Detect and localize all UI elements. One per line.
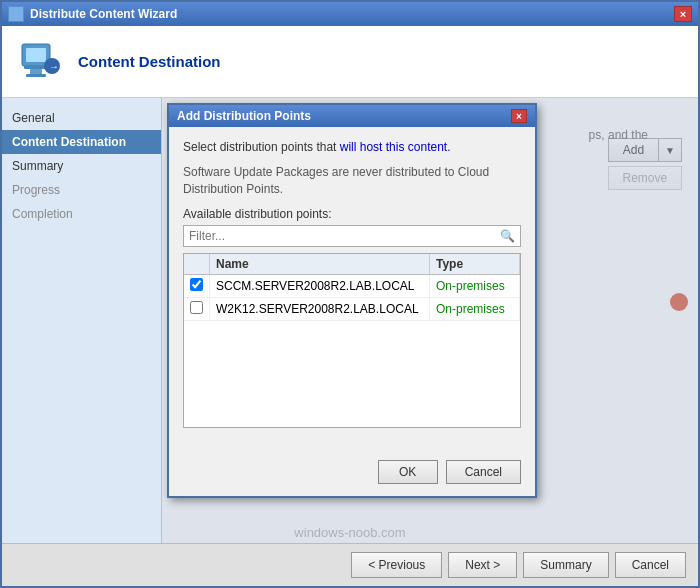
filter-label: Available distribution points: — [183, 207, 521, 221]
distribution-points-table: Name Type SCCM.SERVER20 — [184, 254, 520, 321]
sidebar-item-summary[interactable]: Summary — [2, 154, 161, 178]
svg-text:→: → — [49, 61, 59, 72]
main-window: Distribute Content Wizard × → Content De… — [0, 0, 700, 588]
col-type-header: Type — [430, 254, 520, 275]
sidebar-item-completion[interactable]: Completion — [2, 202, 161, 226]
table-row: W2K12.SERVER2008R2.LAB.LOCAL On-premises — [184, 298, 520, 321]
sidebar-item-progress[interactable]: Progress — [2, 178, 161, 202]
modal-title-bar: Add Distribution Points × — [169, 105, 535, 127]
modal-text-primary: Select distribution points that will hos… — [183, 139, 521, 156]
previous-button[interactable]: < Previous — [351, 552, 442, 578]
modal-text-highlight: will host this content. — [340, 140, 451, 154]
header-icon: → — [16, 36, 64, 87]
modal-close-button[interactable]: × — [511, 109, 527, 123]
bottom-footer: < Previous Next > Summary Cancel — [2, 543, 698, 586]
row-checkbox-2[interactable] — [184, 298, 210, 321]
window-icon — [8, 6, 24, 22]
svg-rect-1 — [26, 48, 46, 62]
row-name-2: W2K12.SERVER2008R2.LAB.LOCAL — [210, 298, 430, 321]
ok-button[interactable]: OK — [378, 460, 438, 484]
main-area: General Content Destination Summary Prog… — [2, 98, 698, 543]
header-area: → Content Destination — [2, 26, 698, 98]
window-close-button[interactable]: × — [674, 6, 692, 22]
modal-text-secondary: Software Update Packages are never distr… — [183, 164, 521, 198]
summary-button[interactable]: Summary — [523, 552, 608, 578]
cancel-button[interactable]: Cancel — [615, 552, 686, 578]
modal-footer: OK Cancel — [169, 452, 535, 496]
modal-text-prefix: Select distribution points that — [183, 140, 340, 154]
col-checkbox-header — [184, 254, 210, 275]
modal-title: Add Distribution Points — [177, 109, 311, 123]
modal-body: Select distribution points that will hos… — [169, 127, 535, 452]
checkbox-sccm[interactable] — [190, 278, 203, 291]
row-checkbox-1[interactable] — [184, 275, 210, 298]
content-area: Specify the content destination Add ▼ Re… — [162, 98, 698, 543]
search-icon: 🔍 — [495, 226, 520, 246]
distribution-points-table-wrapper: Name Type SCCM.SERVER20 — [183, 253, 521, 428]
sidebar: General Content Destination Summary Prog… — [2, 98, 162, 543]
table-row: SCCM.SERVER2008R2.LAB.LOCAL On-premises — [184, 275, 520, 298]
row-name-1: SCCM.SERVER2008R2.LAB.LOCAL — [210, 275, 430, 298]
svg-rect-4 — [26, 74, 46, 77]
col-name-header: Name — [210, 254, 430, 275]
header-title: Content Destination — [78, 53, 221, 70]
modal-cancel-button[interactable]: Cancel — [446, 460, 521, 484]
checkbox-w2k12[interactable] — [190, 301, 203, 314]
title-bar-left: Distribute Content Wizard — [8, 6, 177, 22]
add-distribution-points-dialog: Add Distribution Points × Select distrib… — [167, 103, 537, 498]
modal-overlay: Add Distribution Points × Select distrib… — [162, 98, 698, 543]
sidebar-item-general[interactable]: General — [2, 106, 161, 130]
next-button[interactable]: Next > — [448, 552, 517, 578]
sidebar-item-content-destination[interactable]: Content Destination — [2, 130, 161, 154]
filter-row: 🔍 — [183, 225, 521, 247]
filter-input[interactable] — [184, 226, 495, 246]
row-type-2: On-premises — [430, 298, 520, 321]
window-title: Distribute Content Wizard — [30, 7, 177, 21]
row-type-1: On-premises — [430, 275, 520, 298]
title-bar: Distribute Content Wizard × — [2, 2, 698, 26]
